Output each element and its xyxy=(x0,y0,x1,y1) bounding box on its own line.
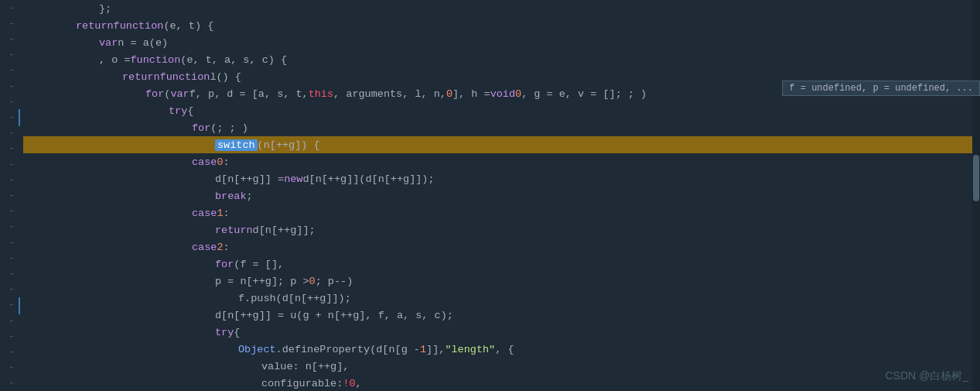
code-line: var n = a(e) xyxy=(23,34,980,51)
hover-tooltip: f = undefined, p = undefined, ... xyxy=(782,81,980,96)
token-plain: ; p--) xyxy=(316,276,353,287)
token-num: 1 xyxy=(420,344,426,355)
token-kw: for xyxy=(215,259,234,270)
token-num: 0 xyxy=(446,88,452,100)
watermark: CSDN @白杨树_ xyxy=(885,369,968,383)
gutter-line: - xyxy=(0,360,23,376)
scrollbar[interactable] xyxy=(972,0,980,391)
token-num: 1 xyxy=(217,208,223,219)
token-num: 0 xyxy=(515,88,521,100)
token-plain: l() { xyxy=(210,71,241,83)
gutter-line: - xyxy=(0,0,23,15)
token-kw: case xyxy=(192,156,217,168)
token-plain: n = a(e) xyxy=(118,37,168,49)
gutter-line: - xyxy=(0,282,23,297)
gutter-line: - xyxy=(0,204,23,219)
token-plain: { xyxy=(187,105,193,117)
token-plain: ( xyxy=(164,88,170,100)
gutter-line: - xyxy=(0,94,23,109)
token-kw: var xyxy=(170,88,189,100)
gutter-line: - xyxy=(0,172,23,187)
gutter-line: - xyxy=(0,187,23,203)
token-plain: ], h = xyxy=(452,88,490,100)
token-plain: : xyxy=(224,208,230,219)
token-plain: d[n[++g]](d[n[++g]]); xyxy=(302,173,434,185)
token-plain: }; xyxy=(99,3,111,15)
token-kw: return xyxy=(76,20,114,32)
line-gutter: ------------------------- xyxy=(0,0,23,391)
token-plain: : xyxy=(224,242,230,253)
code-line: configurable: !0, xyxy=(23,375,980,391)
token-plain: value: n[++g], xyxy=(261,361,349,372)
token-plain: , xyxy=(356,378,362,389)
token-kw: void xyxy=(490,88,515,100)
code-line: for (f = [], xyxy=(23,256,980,273)
code-line: try { xyxy=(23,324,980,341)
code-line: d[n[++g]] = new d[n[++g]](d[n[++g]]); xyxy=(23,170,980,187)
gutter-line: - xyxy=(0,156,23,172)
token-kw: return xyxy=(122,71,160,83)
code-line: Object.defineProperty(d[n[g - 1]], "leng… xyxy=(23,341,980,358)
gutter-line: - xyxy=(0,313,23,328)
gutter-line: - xyxy=(0,328,23,344)
gutter-line: - xyxy=(0,141,23,156)
token-plain: : xyxy=(224,156,230,168)
token-plain: (e, t) { xyxy=(163,20,213,32)
token-kw: try xyxy=(215,327,234,338)
code-line: p = n[++g]; p > 0; p--) xyxy=(23,273,980,290)
token-plain: .defineProperty(d[n[g - xyxy=(276,344,420,355)
token-plain: (e, t, a, s, c) { xyxy=(180,54,287,66)
code-line: d[n[++g]] = u(g + n[++g], f, a, s, c); xyxy=(23,307,980,324)
code-line: case 0: xyxy=(23,153,980,170)
gutter-line: - xyxy=(0,297,23,313)
code-line: case 1: xyxy=(23,204,980,221)
token-plain: (f = [], xyxy=(234,259,284,270)
token-str: "length" xyxy=(445,344,495,355)
token-plain: p = n[++g]; p > xyxy=(215,276,309,287)
gutter-line: - xyxy=(0,376,23,391)
token-kw: function xyxy=(131,54,181,66)
token-plain: f, p, d = [a, s, t, xyxy=(190,88,309,100)
token-kw: return xyxy=(215,225,253,236)
token-plain: , arguments, l, n, xyxy=(333,88,446,100)
gutter-line: - xyxy=(0,63,23,78)
code-line: switch (n[++g]) { xyxy=(23,136,980,153)
gutter-line: - xyxy=(0,109,23,125)
token-prop: Object xyxy=(238,344,276,355)
token-kw: case xyxy=(192,242,217,253)
scrollbar-thumb[interactable] xyxy=(973,155,979,201)
token-num: 0 xyxy=(309,276,316,287)
token-kw: function xyxy=(160,71,210,83)
token-kw: function xyxy=(114,20,164,32)
token-this-kw: this xyxy=(309,88,333,100)
code-line: for (; ; ) xyxy=(23,119,980,136)
token-plain: ]], xyxy=(426,344,445,355)
code-line: , o = function(e, t, a, s, c) { xyxy=(23,51,980,68)
gutter-line: - xyxy=(0,219,23,235)
token-plain: , { xyxy=(495,344,514,355)
token-num: 2 xyxy=(217,242,223,253)
token-num: 0 xyxy=(217,156,223,168)
token-kw: for xyxy=(192,122,210,134)
gutter-line: - xyxy=(0,125,23,141)
code-line: case 2: xyxy=(23,238,980,256)
gutter-line: - xyxy=(0,266,23,281)
token-plain: (n[++g]) { xyxy=(258,139,320,151)
token-kw: new xyxy=(284,173,302,185)
token-plain: { xyxy=(234,327,240,338)
code-area[interactable]: };return function(e, t) {var n = a(e), o… xyxy=(23,0,980,391)
gutter-line: - xyxy=(0,344,23,359)
token-plain: f.push(d[n[++g]]); xyxy=(238,293,351,304)
gutter-line: - xyxy=(0,47,23,63)
token-red: !0 xyxy=(343,378,355,389)
code-line: return function(e, t) { xyxy=(23,17,980,34)
token-plain: d[n[++g]] = u(g + n[++g], f, a, s, c); xyxy=(215,310,453,321)
token-kw: var xyxy=(99,37,118,49)
token-kw: case xyxy=(192,208,217,219)
token-plain: , g = e, v = []; ; ) xyxy=(521,88,647,100)
token-plain: d[n[++g]]; xyxy=(253,225,316,236)
token-kw: try xyxy=(169,105,187,117)
token-switch-hl: switch xyxy=(215,139,258,151)
token-plain: ; xyxy=(247,190,253,202)
gutter-line: - xyxy=(0,250,23,266)
